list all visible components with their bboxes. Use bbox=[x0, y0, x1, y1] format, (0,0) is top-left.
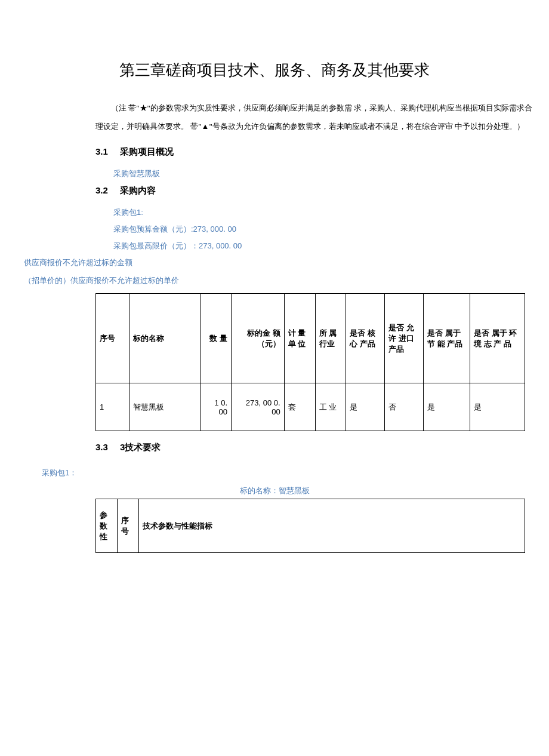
header-qty: 数 量 bbox=[201, 294, 232, 383]
package-label: 采购包1: bbox=[113, 207, 537, 218]
header-import: 是否 允许 进口 产品 bbox=[385, 294, 424, 383]
section-33-title: 3技术要求 bbox=[120, 442, 161, 452]
section-32-heading: 3.2 采购内容 bbox=[95, 185, 537, 196]
cell-eco: 是 bbox=[424, 383, 470, 431]
price-limit: 采购包最高限价（元）：273, 000. 00 bbox=[113, 241, 537, 251]
cell-seq: 1 bbox=[96, 383, 129, 431]
note-text: （注 带"★"的参数需求为实质性要求，供应商必须响应并满足的参数需 求，采购人、… bbox=[95, 99, 537, 136]
table-header-row: 序号 标的名称 数 量 标的金 额（元） 计 量 单 位 所 属 行业 是否 核… bbox=[96, 294, 525, 383]
cell-import: 否 bbox=[385, 383, 424, 431]
tech-subject-name: 标的名称：智慧黑板 bbox=[12, 485, 537, 496]
header-industry: 所 属 行业 bbox=[315, 294, 346, 383]
section-31-title: 采购项目概况 bbox=[120, 146, 174, 156]
tech-package-label: 采购包1： bbox=[42, 468, 537, 478]
header-unit: 计 量 单 位 bbox=[284, 294, 315, 383]
section-33-heading: 3.3 3技术要求 bbox=[95, 442, 537, 453]
section-32-num: 3.2 bbox=[95, 185, 108, 195]
section-32-title: 采购内容 bbox=[120, 185, 156, 195]
section-31-heading: 3.1 采购项目概况 bbox=[95, 146, 537, 158]
section-33-num: 3.3 bbox=[95, 442, 108, 452]
quote-rule-2: （招单价的）供应商报价不允许超过标的单价 bbox=[24, 275, 537, 286]
cell-core: 是 bbox=[346, 383, 385, 431]
section-31-num: 3.1 bbox=[95, 146, 108, 156]
page-title: 第三章磋商项目技术、服务、商务及其他要求 bbox=[12, 60, 537, 81]
header-eco: 是否 属于 节 能 产品 bbox=[424, 294, 470, 383]
req-header-param: 参 数 性 bbox=[96, 499, 118, 553]
header-env: 是否 属于 环境 志 产 品 bbox=[470, 294, 525, 383]
cell-amt: 273, 00 0. 00 bbox=[232, 383, 285, 431]
requirements-table: 参 数 性 序 号 技术参数与性能指标 bbox=[95, 499, 525, 553]
req-header-spec: 技术参数与性能指标 bbox=[139, 499, 525, 553]
cell-unit: 套 bbox=[284, 383, 315, 431]
req-header-row: 参 数 性 序 号 技术参数与性能指标 bbox=[96, 499, 525, 553]
cell-name: 智慧黑板 bbox=[129, 383, 201, 431]
section-31-content: 采购智慧黑板 bbox=[113, 168, 537, 179]
cell-env: 是 bbox=[470, 383, 525, 431]
header-name: 标的名称 bbox=[129, 294, 201, 383]
header-core: 是否 核 心 产品 bbox=[346, 294, 385, 383]
header-amt: 标的金 额（元） bbox=[232, 294, 285, 383]
header-seq: 序号 bbox=[96, 294, 129, 383]
procurement-table: 序号 标的名称 数 量 标的金 额（元） 计 量 单 位 所 属 行业 是否 核… bbox=[95, 293, 525, 431]
quote-rule-1: 供应商报价不允许超过标的金额 bbox=[24, 257, 537, 268]
table-row: 1 智慧黑板 1 0. 00 273, 00 0. 00 套 工 业 是 否 是… bbox=[96, 383, 525, 431]
cell-industry: 工 业 bbox=[315, 383, 346, 431]
cell-qty: 1 0. 00 bbox=[201, 383, 232, 431]
req-header-seq: 序 号 bbox=[118, 499, 139, 553]
budget-amount: 采购包预算金额（元）:273, 000. 00 bbox=[113, 224, 537, 235]
